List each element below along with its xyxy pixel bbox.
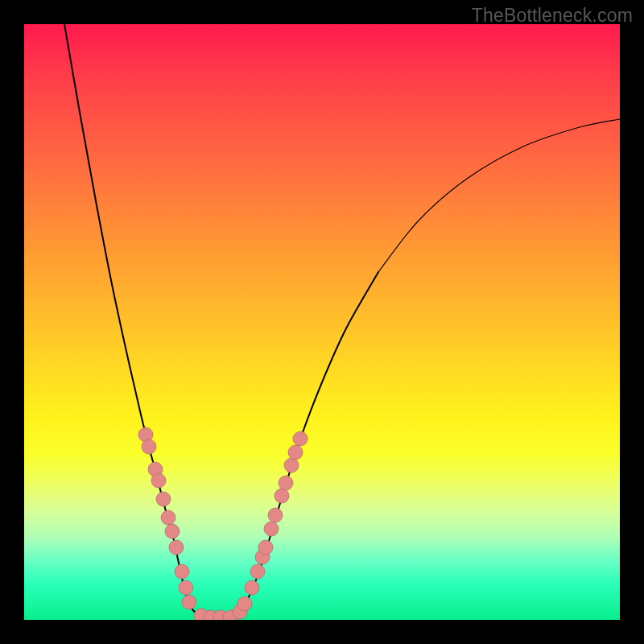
floor-bead xyxy=(223,610,237,620)
curve-svg xyxy=(24,24,620,620)
floor-bead xyxy=(213,610,228,620)
right-bead xyxy=(268,508,283,522)
right-bead xyxy=(258,540,273,555)
left-bead xyxy=(182,595,196,609)
floor-bead xyxy=(194,609,208,620)
right-bead xyxy=(233,605,247,619)
plot-area xyxy=(24,24,620,620)
right-bead xyxy=(250,564,265,579)
left-bead xyxy=(156,492,171,506)
right-bead xyxy=(288,445,303,460)
left-bead xyxy=(151,473,166,488)
left-bead xyxy=(148,462,163,477)
left-bead xyxy=(169,540,184,555)
left-bead xyxy=(138,427,153,442)
curve-right-branch xyxy=(233,272,378,617)
beads-group xyxy=(138,427,308,620)
right-bead xyxy=(245,580,259,595)
watermark-text: TheBottleneck.com xyxy=(472,5,633,27)
curve-right-branch-tail xyxy=(378,119,620,272)
floor-bead xyxy=(204,610,218,620)
right-bead xyxy=(275,489,289,503)
left-bead xyxy=(175,564,189,579)
right-bead xyxy=(284,458,299,473)
right-bead xyxy=(293,431,308,446)
left-bead xyxy=(142,440,156,454)
left-bead xyxy=(161,510,175,525)
curve-left-branch xyxy=(64,24,209,617)
app-frame: TheBottleneck.com xyxy=(0,0,644,644)
left-bead xyxy=(165,524,180,539)
left-bead xyxy=(179,580,193,595)
curve-valley-floor xyxy=(209,617,233,618)
right-bead xyxy=(237,597,252,611)
right-bead xyxy=(279,476,293,490)
right-bead xyxy=(264,522,279,536)
right-bead xyxy=(255,550,270,564)
